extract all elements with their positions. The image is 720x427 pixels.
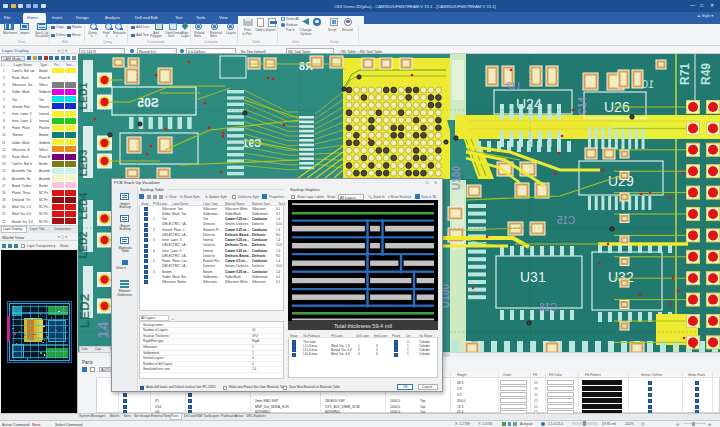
svg-text:LED4: LED4 bbox=[78, 192, 89, 219]
svg-text:LED2: LED2 bbox=[78, 294, 92, 329]
svg-text:U2: U2 bbox=[506, 80, 520, 92]
svg-text:R71: R71 bbox=[678, 63, 692, 85]
svg-text:Total thickness 59.4 mil: Total thickness 59.4 mil bbox=[334, 323, 392, 329]
svg-text:LED2: LED2 bbox=[78, 231, 89, 258]
svg-text:C15: C15 bbox=[556, 215, 575, 226]
svg-text:U100: U100 bbox=[451, 166, 462, 190]
svg-text:LED3: LED3 bbox=[78, 149, 89, 176]
svg-text:R49: R49 bbox=[699, 63, 713, 85]
svg-text:14: 14 bbox=[94, 321, 111, 338]
svg-text:C14: C14 bbox=[577, 96, 588, 115]
svg-text:LED1: LED1 bbox=[78, 82, 89, 109]
svg-text:C16: C16 bbox=[538, 302, 557, 313]
svg-text:U31: U31 bbox=[520, 269, 546, 285]
